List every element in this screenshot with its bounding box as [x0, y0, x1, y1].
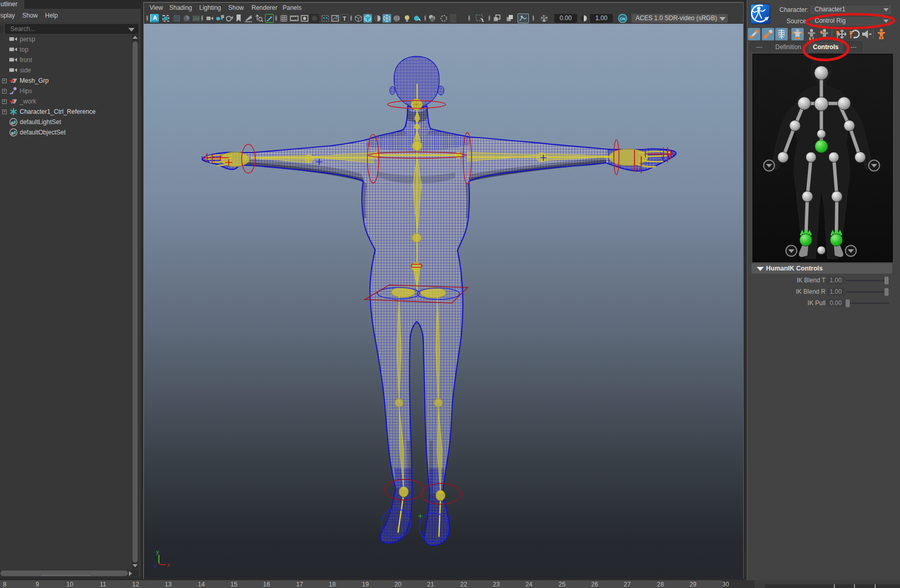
svg-text:y: y: [156, 549, 159, 555]
svg-text:z: z: [154, 563, 157, 569]
svg-text:x: x: [167, 562, 170, 568]
svg-text:TR: TR: [438, 490, 444, 494]
svg-text:TR: TR: [401, 486, 407, 491]
svg-text:ON: ON: [620, 17, 626, 21]
